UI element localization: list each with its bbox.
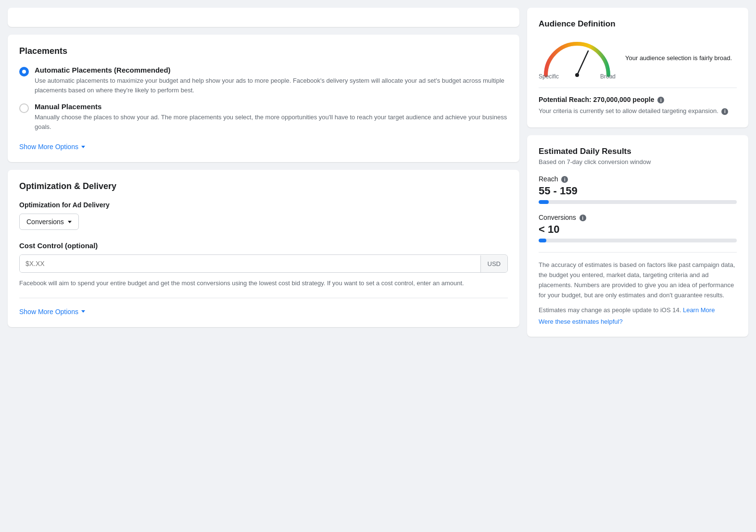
estimated-daily-card: Estimated Daily Results Based on 7-day c…	[527, 135, 748, 337]
placement-radio-group: Automatic Placements (Recommended) Use a…	[19, 66, 508, 131]
potential-reach-row: Potential Reach: 270,000,000 people i	[539, 96, 737, 103]
conversions-info-icon[interactable]: i	[580, 215, 586, 221]
conversions-dropdown-label: Conversions	[26, 218, 64, 226]
ios-note: Estimates may change as people update to…	[539, 305, 737, 315]
audience-gauge: Specific Broad	[539, 37, 616, 80]
optimization-card: Optimization & Delivery Optimization for…	[8, 170, 519, 327]
cost-control-input-wrapper: USD	[19, 254, 508, 273]
manual-placement-desc: Manually choose the places to show your …	[35, 113, 508, 131]
svg-point-1	[575, 73, 579, 77]
potential-reach-text: Potential Reach: 270,000,000 people	[539, 96, 654, 103]
optimization-show-more-label: Show More Options	[19, 308, 78, 316]
reach-label-text: Reach	[539, 175, 558, 183]
learn-more-link[interactable]: Learn More	[683, 306, 715, 314]
audience-divider	[539, 88, 737, 88]
ios-note-text: Estimates may change as people update to…	[539, 306, 681, 314]
audience-def-title: Audience Definition	[539, 19, 737, 29]
cost-control-label: Cost Control (optional)	[19, 241, 508, 250]
placements-card: Placements Automatic Placements (Recomme…	[8, 35, 519, 162]
helpful-link[interactable]: Were these estimates helpful?	[539, 318, 623, 325]
optimization-chevron-icon	[81, 310, 85, 313]
helpful-link-text: Were these estimates helpful?	[539, 318, 623, 325]
placements-chevron-icon	[81, 146, 85, 148]
gauge-row: Specific Broad Your audience selection i…	[539, 37, 737, 80]
conversions-progress-bar	[539, 239, 737, 242]
audience-gauge-desc: Your audience selection is fairly broad.	[625, 53, 737, 63]
audience-definition-card: Audience Definition	[527, 8, 748, 127]
cost-currency-label: USD	[480, 255, 507, 272]
cost-control-input[interactable]	[20, 255, 480, 272]
conversions-dropdown[interactable]: Conversions	[19, 214, 79, 230]
criteria-text-content: Your criteria is currently set to allow …	[539, 107, 718, 114]
learn-more-label: Learn More	[683, 306, 715, 314]
manual-placement-radio[interactable]	[19, 103, 29, 113]
est-daily-subtitle: Based on 7-day click conversion window	[539, 158, 737, 165]
manual-placement-label: Manual Placements	[35, 102, 508, 111]
est-daily-divider	[539, 252, 737, 253]
est-daily-title: Estimated Daily Results	[539, 147, 737, 156]
manual-placement-text: Manual Placements Manually choose the pl…	[35, 102, 508, 131]
conversions-metric-label: Conversions i	[539, 214, 737, 221]
optimization-divider	[19, 298, 508, 298]
optimization-title: Optimization & Delivery	[19, 181, 508, 191]
conversions-dropdown-arrow-icon	[68, 221, 72, 223]
automatic-placement-desc: Use automatic placements to maximize you…	[35, 76, 508, 95]
conversions-progress-fill	[539, 239, 546, 242]
reach-label: Reach i	[539, 175, 737, 183]
svg-line-0	[577, 51, 588, 75]
manual-placement-option[interactable]: Manual Placements Manually choose the pl…	[19, 102, 508, 131]
placements-show-more-label: Show More Options	[19, 143, 78, 151]
optimization-show-more-link[interactable]: Show More Options	[19, 308, 85, 316]
conversions-value: < 10	[539, 223, 737, 236]
reach-progress-bar	[539, 200, 737, 204]
criteria-text: Your criteria is currently set to allow …	[539, 106, 737, 116]
ad-delivery-label: Optimization for Ad Delivery	[19, 201, 508, 209]
placements-title: Placements	[19, 46, 508, 56]
top-stub-card	[8, 8, 519, 27]
placements-show-more-link[interactable]: Show More Options	[19, 143, 85, 151]
gauge-specific-label: Specific	[539, 73, 559, 80]
gauge-broad-label: Broad	[600, 73, 616, 80]
reach-info-icon[interactable]: i	[561, 176, 568, 183]
automatic-placement-option[interactable]: Automatic Placements (Recommended) Use a…	[19, 66, 508, 95]
cost-desc-text: Facebook will aim to spend your entire b…	[19, 279, 508, 288]
potential-reach-info-icon[interactable]: i	[657, 97, 664, 103]
accuracy-text: The accuracy of estimates is based on fa…	[539, 260, 737, 300]
automatic-placement-radio[interactable]	[19, 67, 29, 76]
gauge-svg	[539, 37, 616, 77]
automatic-placement-label: Automatic Placements (Recommended)	[35, 66, 508, 74]
reach-value: 55 - 159	[539, 185, 737, 197]
automatic-placement-text: Automatic Placements (Recommended) Use a…	[35, 66, 508, 95]
criteria-info-icon[interactable]: i	[721, 108, 728, 115]
conversions-label-text: Conversions	[539, 214, 576, 221]
reach-progress-fill	[539, 200, 549, 204]
